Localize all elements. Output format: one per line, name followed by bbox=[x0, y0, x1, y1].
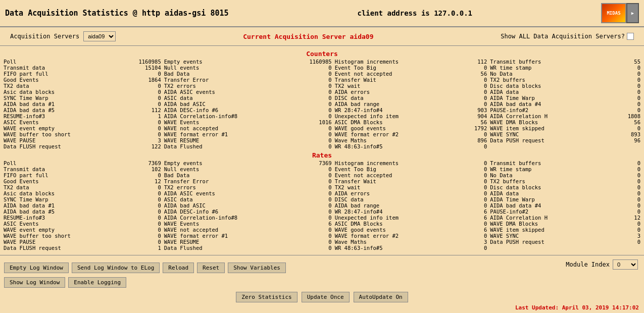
cell-value: 0 bbox=[114, 239, 163, 245]
cell-label bbox=[488, 245, 593, 251]
server-select[interactable]: aida09 bbox=[83, 31, 116, 41]
cell-value: 56 bbox=[440, 71, 488, 77]
table-row: ASIC Events0WAVE Events1016ASIC DMA Bloc… bbox=[2, 119, 642, 125]
cell-value: 1 bbox=[114, 245, 163, 251]
cell-label: AIDA errors bbox=[333, 89, 440, 95]
cell-label: WAVE not accepted bbox=[163, 125, 285, 131]
cell-label: AIDA Correlation-info#8 bbox=[163, 215, 285, 221]
cell-label: Poll bbox=[2, 160, 114, 166]
cell-label: WAVE SYNC bbox=[488, 233, 593, 239]
cell-label: Data FLUSH request bbox=[2, 143, 114, 149]
module-index-select[interactable]: 0 1 2 bbox=[613, 259, 638, 270]
current-server-label: Current Acquisition Server aida09 bbox=[243, 33, 373, 40]
cell-value: 0 bbox=[114, 101, 163, 107]
cell-label: Transfer Wait bbox=[333, 178, 440, 184]
rates-title: Rates bbox=[2, 149, 642, 160]
cell-label: Event Too Big bbox=[333, 65, 440, 71]
header: Data Acquisition Statistics @ http aidas… bbox=[0, 0, 644, 27]
reload-button[interactable]: Reload bbox=[163, 263, 194, 273]
table-row: AIDA bad data #50AIDA DESC-info #60WR 28… bbox=[2, 208, 642, 215]
cell-value: 0 bbox=[114, 172, 163, 178]
cell-label: Data FLUSH request bbox=[2, 245, 114, 251]
send-log-button[interactable]: Send Log Window to ELog bbox=[72, 263, 160, 273]
cell-value: 0 bbox=[440, 202, 488, 208]
zero-statistics-button[interactable]: Zero Statistics bbox=[236, 292, 297, 302]
cell-label: Disc data blocks bbox=[488, 83, 593, 89]
cell-value: 56 bbox=[440, 119, 488, 125]
cell-label: Null events bbox=[163, 166, 285, 172]
cell-value: 0 bbox=[114, 233, 163, 239]
show-variables-button[interactable]: Show Variables bbox=[228, 263, 286, 273]
cell-label: AIDA ASIC events bbox=[163, 89, 285, 95]
cell-label: AIDA errors bbox=[333, 190, 440, 196]
cell-label: Poll bbox=[2, 59, 114, 65]
cell-value: 0 bbox=[285, 83, 333, 89]
table-row: WAVE event empty0WAVE not accepted0WAVE … bbox=[2, 227, 642, 233]
cell-label: WAVE buffer too short bbox=[2, 131, 114, 137]
cell-value: 0 bbox=[285, 65, 333, 71]
client-address: client address is 127.0.0.1 bbox=[357, 9, 472, 17]
reset-button[interactable]: Reset bbox=[197, 263, 225, 273]
cell-label: WR 28:47-info#4 bbox=[333, 107, 440, 113]
cell-value: 0 bbox=[593, 172, 642, 178]
cell-label: SYNC Time Warp bbox=[2, 196, 114, 202]
cell-label: AIDA Correlation-info#8 bbox=[163, 113, 285, 119]
divider bbox=[0, 255, 644, 255]
cell-value: 0 bbox=[114, 95, 163, 101]
cell-value: 0 bbox=[285, 131, 333, 137]
cell-label: Empty events bbox=[163, 160, 285, 166]
show-log-button[interactable]: Show Log Window bbox=[4, 277, 65, 288]
cell-value: 1016 bbox=[285, 119, 333, 125]
server-right: Show ALL Data Acquisition Servers? bbox=[501, 33, 634, 40]
cell-value: 6 bbox=[440, 215, 488, 221]
cell-label: WAVE Events bbox=[163, 221, 285, 227]
server-left: Acquisition Servers aida09 bbox=[10, 31, 116, 41]
cell-value: 0 bbox=[114, 208, 163, 215]
page-title: Data Acquisition Statistics @ http aidas… bbox=[5, 9, 229, 18]
cell-label: Bad Data bbox=[163, 71, 285, 77]
cell-label: Data PUSH request bbox=[488, 239, 593, 245]
cell-value: 3 bbox=[114, 137, 163, 143]
cell-label: WR 48:63-info#5 bbox=[333, 245, 440, 251]
empty-log-button[interactable]: Empty Log Window bbox=[4, 263, 69, 273]
show-all-checkbox[interactable] bbox=[627, 33, 634, 40]
cell-label: TX2 errors bbox=[163, 184, 285, 190]
cell-value: 0 bbox=[285, 89, 333, 95]
cell-value: 0 bbox=[440, 166, 488, 172]
cell-label: TX2 wait bbox=[333, 83, 440, 89]
table-row: Data FLUSH request1Data Flushed0WR 48:63… bbox=[2, 245, 642, 251]
cell-value: 903 bbox=[440, 107, 488, 113]
logo-extra: ▶ bbox=[626, 3, 639, 23]
cell-label: ASIC DMA Blocks bbox=[333, 221, 440, 227]
server-row: Acquisition Servers aida09 Current Acqui… bbox=[0, 27, 644, 46]
table-row: AIDA bad data #10AIDA bad ASIC0AIDA bad … bbox=[2, 101, 642, 107]
cell-label: WAVE RESUME bbox=[163, 239, 285, 245]
cell-label: WAVE item skipped bbox=[488, 125, 593, 131]
update-once-button[interactable]: Update Once bbox=[302, 292, 350, 302]
enable-logging-button[interactable]: Enable Logging bbox=[68, 277, 126, 288]
cell-value: 0 bbox=[593, 101, 642, 107]
cell-label: WAVE format error #2 bbox=[333, 233, 440, 239]
cell-value: 0 bbox=[285, 239, 333, 245]
cell-value: 0 bbox=[114, 184, 163, 190]
cell-value: 0 bbox=[285, 184, 333, 190]
cell-label: TX2 data bbox=[2, 184, 114, 190]
cell-value: 893 bbox=[593, 131, 642, 137]
cell-value: 0 bbox=[285, 113, 333, 119]
cell-value: 0 bbox=[285, 101, 333, 107]
module-row: Module Index 0 1 2 bbox=[566, 259, 642, 270]
counters-title: Counters bbox=[2, 48, 642, 59]
cell-value: 0 bbox=[593, 202, 642, 208]
cell-value: 904 bbox=[440, 113, 488, 119]
cell-label: ASIC data bbox=[163, 95, 285, 101]
show-all-label: Show ALL Data Acquisition Servers? bbox=[501, 33, 625, 40]
cell-value: 12 bbox=[593, 215, 642, 221]
cell-label: WR time stamp bbox=[488, 65, 593, 71]
cell-label: Transmit data bbox=[2, 65, 114, 71]
cell-label: WAVE not accepted bbox=[163, 227, 285, 233]
cell-label: WAVE DMA Blocks bbox=[488, 119, 593, 125]
autoupdate-on-button[interactable]: AutoUpdate On bbox=[354, 292, 408, 302]
cell-value: 0 bbox=[285, 107, 333, 113]
cell-label: WAVE format error #1 bbox=[163, 131, 285, 137]
cell-label: FIFO part full bbox=[2, 71, 114, 77]
